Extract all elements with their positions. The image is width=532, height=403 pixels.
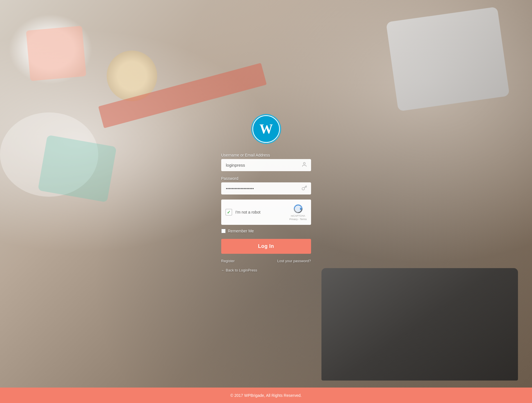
password-label: Password — [221, 176, 311, 181]
recaptcha-logo-icon — [293, 204, 303, 214]
lost-password-link[interactable]: Lost your password? — [277, 259, 311, 263]
remember-checkbox[interactable] — [221, 229, 226, 233]
back-to-loginpress-link[interactable]: ← Back to LoginPress — [221, 268, 257, 272]
username-label: Username or Email Address — [221, 153, 311, 157]
password-wrapper — [221, 182, 311, 194]
recaptcha-privacy: Privacy - Terms — [289, 218, 307, 221]
login-button[interactable]: Log In — [221, 239, 311, 254]
password-input[interactable] — [221, 182, 311, 194]
footer-bar: © 2017 WPBrigade, All Rights Reserved. — [0, 388, 532, 403]
page-wrapper: W Username or Email Address Password — [0, 0, 532, 403]
svg-text:W: W — [259, 122, 273, 136]
key-icon — [302, 185, 307, 192]
captcha-box[interactable]: ✓ I'm not a robot reCAPTCHA Privacy - Te… — [221, 200, 311, 225]
captcha-checkbox[interactable]: ✓ — [225, 209, 232, 216]
footer-text: © 2017 WPBrigade, All Rights Reserved. — [230, 393, 302, 398]
links-row: Register Lost your password? — [221, 259, 311, 263]
wordpress-logo: W — [251, 114, 282, 144]
username-input[interactable] — [221, 159, 311, 171]
captcha-label: I'm not a robot — [236, 210, 261, 214]
svg-point-4 — [303, 162, 305, 164]
user-icon — [302, 162, 307, 169]
remember-label: Remember Me — [228, 229, 254, 233]
username-wrapper — [221, 159, 311, 171]
login-container: W Username or Email Address Password — [221, 114, 311, 273]
register-link[interactable]: Register — [221, 259, 235, 263]
login-form: Username or Email Address Password — [221, 153, 311, 273]
captcha-right: reCAPTCHA Privacy - Terms — [289, 204, 307, 221]
captcha-left: ✓ I'm not a robot — [225, 209, 261, 216]
recaptcha-label: reCAPTCHA — [291, 214, 305, 217]
remember-row: Remember Me — [221, 229, 311, 233]
